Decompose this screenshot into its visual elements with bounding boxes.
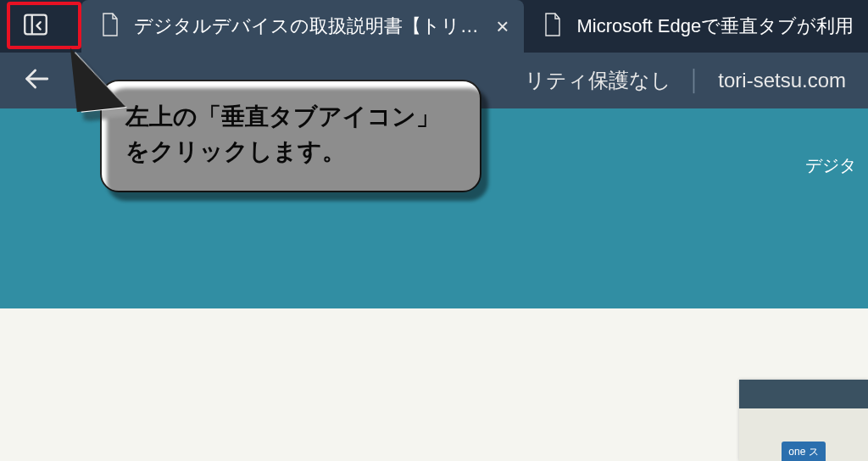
tab-active[interactable]: デジタルデバイスの取扱説明書【トリ… × xyxy=(81,0,525,53)
address-bar[interactable]: リティ保護なし │ tori-setsu.com xyxy=(525,67,846,94)
domain-text: tori-setsu.com xyxy=(718,69,846,92)
thumbnail-badge: one ス xyxy=(782,442,825,461)
tab-title: デジタルデバイスの取扱説明書【トリ… xyxy=(134,14,477,39)
vertical-tabs-button[interactable] xyxy=(7,7,64,46)
tab-inactive[interactable]: Microsoft Edgeで垂直タブが利用 xyxy=(524,0,868,53)
callout-tail xyxy=(75,47,126,112)
thumbnail-header xyxy=(739,380,868,408)
hero-label: デジタ xyxy=(805,154,856,177)
vertical-tabs-icon xyxy=(21,10,50,42)
file-icon xyxy=(542,12,563,41)
security-label: リティ保護なし xyxy=(525,67,671,94)
close-icon[interactable]: × xyxy=(496,15,509,37)
file-icon xyxy=(100,12,120,41)
instruction-callout: 左上の「垂直タブアイコン」をクリックします。 左上の「垂直タブアイコン」 をクリ… xyxy=(100,80,481,192)
svg-rect-0 xyxy=(25,15,47,35)
sidebar-thumbnail[interactable]: one ス xyxy=(739,380,868,461)
tab-strip: デジタルデバイスの取扱説明書【トリ… × Microsoft Edgeで垂直タブ… xyxy=(0,0,868,53)
back-button[interactable] xyxy=(22,64,51,97)
back-arrow-icon xyxy=(22,81,51,96)
separator: │ xyxy=(688,69,701,92)
page-content: one ス xyxy=(0,308,868,461)
callout-shadow: 左上の「垂直タブアイコン」をクリックします。 xyxy=(107,88,488,201)
tab-title: Microsoft Edgeで垂直タブが利用 xyxy=(576,14,853,39)
thumbnail-body: one ス xyxy=(739,408,868,461)
